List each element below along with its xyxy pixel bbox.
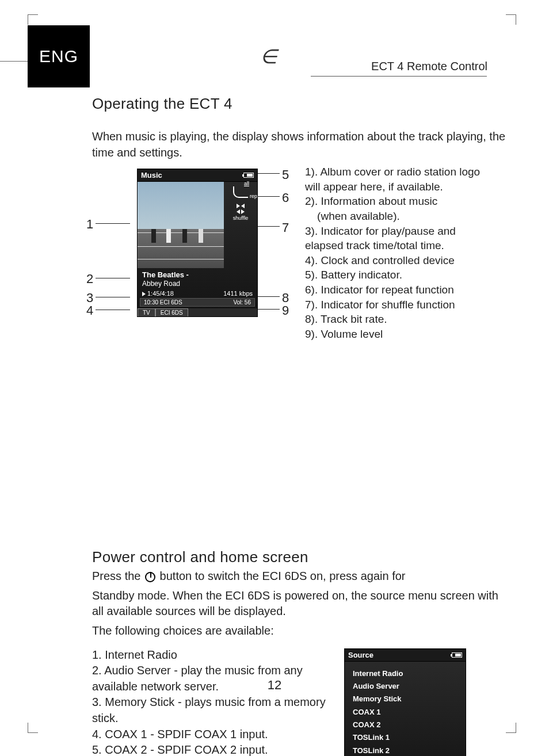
clock-device: 10:30 ECI 6DS [144, 299, 182, 306]
legend-item: 7). Indicator for shuffle function [305, 297, 495, 312]
source-item: TOSLink 2 [353, 744, 458, 756]
source-item: Memory Stick [353, 693, 458, 705]
crop-mark [28, 14, 38, 25]
play-icon [142, 292, 146, 296]
power-paragraph-1: Press the button to switch the ECI 6DS o… [92, 568, 506, 585]
callout-5: 5 [282, 167, 289, 182]
edge-rule [0, 61, 28, 62]
crop-mark [506, 723, 516, 733]
list-item: 1. Internet Radio [92, 647, 334, 663]
list-item: 5. COAX 2 - SPDIF COAX 2 input. [92, 742, 334, 756]
repeat-label: rep [250, 193, 257, 199]
power-icon [145, 572, 155, 582]
shuffle-label: shuffle [233, 215, 248, 221]
callout-9: 9 [282, 303, 289, 318]
callout-1: 1 [86, 217, 93, 232]
legend-item: 6). Indicator for repeat function [305, 282, 495, 297]
volume-level: Vol: 56 [233, 299, 251, 306]
figure-legend: 1). Album cover or radio station logo wi… [305, 165, 495, 342]
track-bitrate: 1411 kbps [223, 290, 253, 297]
track-time: 1:45/4:18 [147, 290, 174, 297]
callout-4: 4 [86, 303, 93, 318]
power-paragraph-2: Standby mode. When the ECI 6DS is powere… [92, 588, 506, 620]
repeat-icon: all rep [233, 186, 248, 198]
crop-mark [506, 14, 516, 25]
player-tab-eci: ECI 6DS [155, 308, 188, 316]
language-badge: ENG [28, 25, 90, 87]
list-item: 4. COAX 1 - SPDIF COAX 1 input. [92, 727, 334, 743]
legend-item: 3). Indicator for play/pause and elapsed… [305, 224, 495, 253]
player-title: Music [141, 171, 162, 180]
track-album: Abbey Road [142, 280, 253, 288]
repeat-all-label: all [244, 181, 249, 186]
doc-title: ECT 4 Remote Control [371, 60, 487, 73]
brand-logo-icon: ∈ [260, 45, 277, 68]
legend-item: (when available). [305, 209, 495, 224]
callout-7: 7 [282, 220, 289, 235]
battery-icon [452, 652, 462, 658]
source-item: COAX 1 [353, 706, 458, 719]
section-heading-2: Power control and home screen [92, 548, 506, 566]
legend-item: 5). Battery indicator. [305, 268, 495, 282]
music-player-screen: Music all [137, 169, 258, 317]
track-artist: The Beatles - [142, 270, 253, 279]
shuffle-icon: shuffle [233, 204, 248, 221]
crop-mark [28, 723, 38, 733]
power-paragraph-3: The following choices are available: [92, 623, 506, 639]
intro-paragraph: When music is playing, the display shows… [92, 129, 506, 161]
legend-item: 4). Clock and controlled device [305, 253, 495, 268]
page-number: 12 [0, 678, 549, 693]
legend-item: 8). Track bit rate. [305, 312, 495, 327]
sources-list: 1. Internet Radio 2. Audio Server - play… [92, 647, 334, 756]
source-menu-screen: Source Internet Radio Audio Server Memor… [344, 648, 466, 756]
callout-2: 2 [86, 272, 93, 287]
legend-item: 2). Information about music [305, 194, 495, 209]
legend-item: 1). Album cover or radio station logo wi… [305, 165, 495, 194]
header-rule [311, 76, 487, 77]
source-item: TOSLink 1 [353, 731, 458, 744]
album-cover [138, 182, 224, 268]
player-tab-tv: TV [138, 308, 155, 316]
source-item: COAX 2 [353, 719, 458, 731]
list-item: 3. Memory Stick - plays music from a mem… [92, 694, 334, 726]
legend-item: 9). Volume level [305, 327, 495, 342]
callout-6: 6 [282, 190, 289, 205]
section-heading: Operating the ECT 4 [92, 95, 506, 113]
battery-icon [243, 173, 254, 178]
source-title: Source [348, 651, 373, 659]
